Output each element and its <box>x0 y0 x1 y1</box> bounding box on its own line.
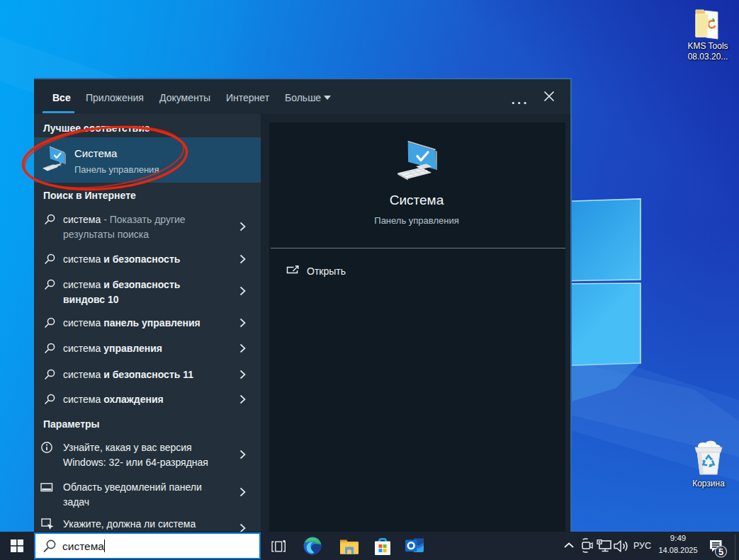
svg-text:5: 5 <box>718 547 723 557</box>
